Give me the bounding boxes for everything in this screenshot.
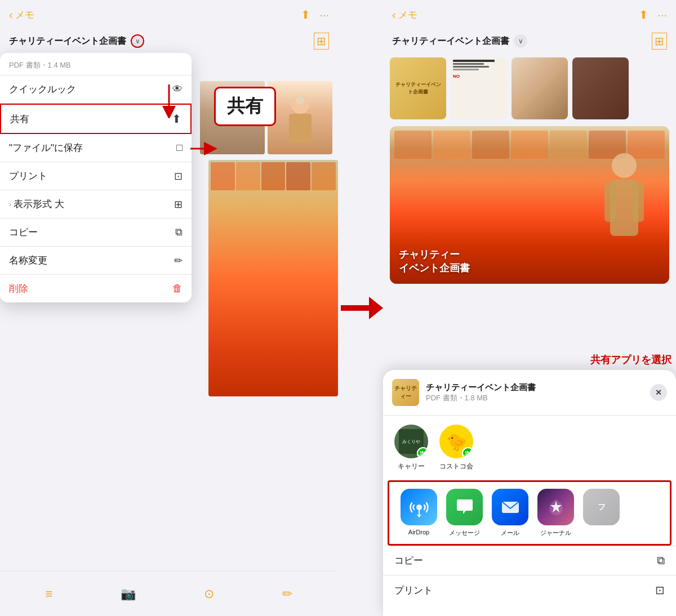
left-doc-title: チャリティーイベント企画書 <box>9 35 126 47</box>
close-icon: ✕ <box>655 388 662 397</box>
contacts-row: みくりや LINE キャリー 🐤 LINE コストコ会 <box>383 416 676 480</box>
share-annotation-arrow <box>190 140 219 157</box>
copy-action-label: コピー <box>394 554 423 567</box>
right-grid-icon[interactable]: ⊞ <box>652 33 667 50</box>
share-action-copy[interactable]: コピー ⧉ <box>383 546 676 575</box>
large-image-text: チャリティーイベント企画書 <box>399 248 470 275</box>
back-chevron-icon: ‹ <box>9 8 13 21</box>
save-label: "ファイル"に保存 <box>9 141 83 154</box>
svg-point-2 <box>296 96 305 105</box>
back-button[interactable]: ‹ メモ <box>9 8 34 21</box>
right-back-label: メモ <box>398 8 417 21</box>
right-doc-title-bar: チャリティーイベント企画書 ∨ ⊞ <box>383 29 676 53</box>
share-app-annotation: 共有アプリを選択 <box>590 353 671 367</box>
share-sheet-header: チャリティー チャリティーイベント企画書 PDF 書類・1.8 MB ✕ <box>383 370 676 416</box>
more-icon[interactable]: ··· <box>319 8 329 21</box>
divider-arrow <box>338 0 383 616</box>
airdrop-icon-bg <box>401 489 437 525</box>
share-file-meta: PDF 書類・1.8 MB <box>426 393 650 403</box>
svg-rect-9 <box>604 182 616 222</box>
app-icon-item-more[interactable]: フ <box>583 489 620 537</box>
grid-icon[interactable]: ⊞ <box>314 33 329 50</box>
share-annotation-text: 共有 <box>227 96 263 116</box>
svg-marker-13 <box>417 515 421 517</box>
journal-icon-bg <box>537 489 574 525</box>
svg-point-11 <box>416 505 422 510</box>
share-file-name: チャリティーイベント企画書 <box>426 382 650 393</box>
contact-item-1[interactable]: みくりや LINE キャリー <box>394 425 428 471</box>
share-action-print[interactable]: プリント ⊡ <box>383 575 676 605</box>
thumbnail-1-label: チャリティーイベント企画書 <box>393 81 443 96</box>
svg-marker-6 <box>369 297 383 319</box>
chevron-button[interactable]: ∨ <box>131 34 144 48</box>
share-app-annotation-text: 共有アプリを選択 <box>590 354 671 365</box>
right-more-icon[interactable]: ··· <box>657 8 667 21</box>
print-action-icon: ⊡ <box>655 583 665 597</box>
app-icon-item-journal[interactable]: ジャーナル <box>537 489 574 537</box>
menu-item-rename[interactable]: 名称変更 ✏ <box>0 247 192 275</box>
large-image: チャリティーイベント企画書 <box>390 126 669 284</box>
menu-header: PDF 書類・1.4 MB <box>0 53 192 75</box>
save-icon: □ <box>176 142 183 154</box>
menu-item-save[interactable]: "ファイル"に保存 □ <box>0 134 192 162</box>
app-icon-item-mail[interactable]: メール <box>492 489 528 537</box>
context-menu-area: PDF 書類・1.4 MB クイックルック 👁 共有 ⬆ "ファイル"に保存 □… <box>0 53 338 571</box>
svg-rect-10 <box>633 182 644 222</box>
thumbnail-3[interactable] <box>512 57 568 119</box>
right-chevron-button[interactable]: ∨ <box>514 34 527 48</box>
thumbnail-1[interactable]: チャリティーイベント企画書 <box>390 57 446 119</box>
camera-icon[interactable]: 📷 <box>121 587 136 601</box>
right-share-icon[interactable]: ⬆ <box>639 8 648 21</box>
contact-name-2: コストコ会 <box>439 462 473 471</box>
compose-icon[interactable]: ✏ <box>282 587 292 601</box>
share-icon[interactable]: ⬆ <box>301 8 310 21</box>
compass-icon[interactable]: ⊙ <box>204 587 214 601</box>
rename-label: 名称変更 <box>9 254 47 267</box>
share-file-thumbnail: チャリティー <box>392 379 419 406</box>
app-icon-item-messages[interactable]: メッセージ <box>446 489 483 537</box>
svg-rect-1 <box>289 114 312 143</box>
messages-label: メッセージ <box>449 529 480 537</box>
app-icons-box: AirDrop メッセージ <box>388 480 671 546</box>
menu-header-text: PDF 書類・1.4 MB <box>9 61 71 69</box>
mail-label: メール <box>501 529 519 537</box>
quicklook-label: クイックルック <box>9 83 76 96</box>
list-icon[interactable]: ≡ <box>46 587 53 601</box>
nav-icons: ⬆ ··· <box>301 8 329 21</box>
menu-item-copy[interactable]: コピー ⧉ <box>0 218 192 247</box>
contact-name-1: キャリー <box>398 462 425 471</box>
share-close-button[interactable]: ✕ <box>650 384 667 401</box>
print-icon: ⊡ <box>174 170 183 182</box>
mail-icon <box>500 497 521 517</box>
left-nav-bar: ‹ メモ ⬆ ··· <box>0 0 338 29</box>
background-image <box>208 160 338 396</box>
line-badge-1: LINE <box>417 447 428 458</box>
share-annotation-box: 共有 <box>214 87 276 126</box>
right-nav-bar: ‹ メモ ⬆ ··· <box>383 0 676 29</box>
thumbnail-2-label: NO <box>453 74 505 79</box>
right-back-button[interactable]: ‹ メモ <box>392 8 417 21</box>
svg-point-7 <box>612 153 637 178</box>
more-icon: フ <box>598 502 606 512</box>
right-back-chevron-icon: ‹ <box>392 8 396 21</box>
app-icons-row: AirDrop メッセージ <box>389 482 670 544</box>
right-doc-title: チャリティーイベント企画書 <box>392 35 509 47</box>
left-doc-title-bar: チャリティーイベント企画書 ∨ ⊞ <box>0 29 338 53</box>
display-icon: ⊞ <box>174 198 183 211</box>
menu-item-delete[interactable]: 削除 🗑 <box>0 275 192 302</box>
contact-avatar-1: みくりや LINE <box>394 425 428 458</box>
svg-rect-5 <box>341 305 369 311</box>
thumbnails-row: チャリティーイベント企画書 NO <box>383 53 676 126</box>
contact-item-2[interactable]: 🐤 LINE コストコ会 <box>439 425 473 471</box>
menu-item-display[interactable]: › 表示形式 大 ⊞ <box>0 190 192 218</box>
thumbnail-4[interactable] <box>572 57 629 119</box>
menu-item-print[interactable]: プリント ⊡ <box>0 162 192 190</box>
contact-avatar-2: 🐤 LINE <box>439 425 473 458</box>
thumbnail-2[interactable]: NO <box>451 57 507 119</box>
rename-icon: ✏ <box>174 255 183 267</box>
app-icon-item-airdrop[interactable]: AirDrop <box>401 489 437 537</box>
left-bottom-toolbar: ≡ 📷 ⊙ ✏ <box>0 571 338 616</box>
airdrop-icon <box>409 497 429 517</box>
chevron-icon: ∨ <box>135 37 140 45</box>
right-chevron-icon: ∨ <box>518 37 523 45</box>
